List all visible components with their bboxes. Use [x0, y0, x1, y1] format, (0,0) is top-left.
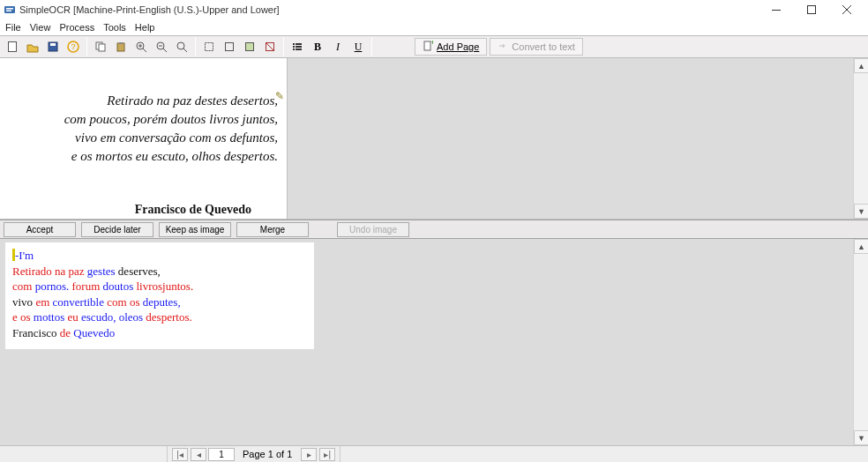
scroll-up-icon[interactable]: ▲: [854, 239, 868, 254]
ocr-word: Quevedo: [73, 326, 115, 339]
open-icon[interactable]: [24, 38, 41, 56]
svg-rect-30: [293, 43, 295, 45]
svg-rect-35: [296, 48, 302, 50]
poem-author: Francisco de Quevedo: [135, 203, 251, 217]
svg-rect-9: [50, 43, 56, 46]
scroll-down-icon[interactable]: ▼: [854, 204, 868, 219]
convert-to-text-button[interactable]: Convert to text: [490, 38, 583, 56]
toolbar-separator: [86, 37, 87, 56]
main-toolbar: ? B I U + Add Page Convert to text: [0, 35, 868, 58]
region-text-icon[interactable]: [221, 38, 238, 56]
svg-line-24: [183, 48, 187, 52]
app-icon: [4, 4, 16, 16]
bold-icon[interactable]: B: [309, 38, 326, 56]
menu-view[interactable]: View: [30, 22, 51, 33]
menu-bar: File View Process Tools Help: [0, 19, 868, 35]
vertical-scrollbar[interactable]: ▲ ▼: [853, 239, 868, 445]
list-icon[interactable]: [288, 38, 306, 56]
region-rect-icon[interactable]: [200, 38, 218, 56]
page-label: Page 1 of 1: [236, 449, 299, 459]
source-image-area[interactable]: ✎ Retirado na paz destes desertos, com p…: [0, 58, 288, 219]
page-next-button[interactable]: ▸: [301, 448, 317, 461]
ocr-word: gestes: [87, 265, 118, 278]
ocr-word: deserves,: [118, 265, 161, 278]
ocr-word: oleos: [119, 310, 146, 324]
title-bar: SimpleOCR [Machine-Print-English (U.S.)-…: [0, 0, 868, 19]
ocr-word: eu: [68, 310, 82, 324]
page-last-button[interactable]: ▸|: [319, 448, 335, 461]
ocr-word: doutos: [103, 279, 137, 293]
svg-rect-26: [226, 43, 234, 51]
svg-line-17: [143, 48, 146, 52]
decide-later-button[interactable]: Decide later: [81, 222, 153, 237]
ocr-word: escudo,: [81, 310, 119, 324]
svg-point-23: [177, 42, 184, 49]
ocr-word: Francisco: [12, 326, 60, 339]
poem-line: vivo em conversação com os defuntos,: [64, 129, 278, 147]
zoom-in-icon[interactable]: [132, 38, 150, 56]
svg-rect-32: [293, 46, 295, 48]
region-image-icon[interactable]: [241, 38, 258, 56]
ocr-word: com: [12, 279, 35, 293]
add-page-label: Add Page: [437, 41, 479, 52]
underline-icon[interactable]: U: [349, 38, 367, 56]
svg-rect-1: [6, 8, 13, 10]
save-icon[interactable]: [44, 38, 62, 56]
status-bar: |◂ ◂ 1 Page 1 of 1 ▸ ▸|: [0, 445, 868, 462]
minimize-button[interactable]: [759, 0, 794, 19]
ocr-word: em: [35, 295, 52, 309]
window-title: SimpleOCR [Machine-Print-English (U.S.)-…: [19, 4, 759, 15]
page-first-button[interactable]: |◂: [172, 448, 188, 461]
ocr-word: de: [60, 326, 74, 339]
svg-rect-4: [808, 6, 816, 14]
menu-tools[interactable]: Tools: [103, 22, 126, 33]
menu-file[interactable]: File: [5, 22, 21, 33]
svg-rect-15: [119, 42, 123, 44]
new-icon[interactable]: [4, 38, 21, 56]
ocr-word: vivo: [12, 295, 35, 309]
scroll-up-icon[interactable]: ▲: [854, 58, 868, 73]
add-page-button[interactable]: + Add Page: [415, 38, 487, 56]
svg-rect-7: [9, 42, 17, 52]
svg-rect-36: [424, 41, 430, 50]
image-pane-empty: [288, 58, 868, 219]
svg-rect-13: [99, 44, 105, 51]
ocr-word: convertible: [53, 295, 108, 309]
toolbar-separator: [195, 37, 196, 56]
svg-rect-27: [246, 43, 254, 51]
accept-button[interactable]: Accept: [4, 222, 76, 237]
maximize-button[interactable]: [794, 0, 829, 19]
add-page-icon: +: [423, 41, 433, 53]
merge-button[interactable]: Merge: [236, 222, 309, 237]
svg-rect-14: [117, 43, 124, 51]
zoom-out-icon[interactable]: [153, 38, 170, 56]
ocr-word: e os: [12, 310, 34, 324]
copy-icon[interactable]: [92, 38, 109, 56]
vertical-scrollbar[interactable]: ▲ ▼: [853, 58, 868, 219]
zoom-fit-icon[interactable]: [173, 38, 191, 56]
poem-line: e os mortos eu escuto, olhos despertos.: [64, 147, 278, 166]
menu-process[interactable]: Process: [59, 22, 94, 33]
ocr-word: Retirado na paz: [12, 265, 87, 278]
svg-rect-33: [296, 46, 302, 48]
region-clear-icon[interactable]: [261, 38, 279, 56]
svg-rect-25: [206, 43, 213, 51]
svg-rect-31: [296, 43, 302, 45]
image-pane: ✎ Retirado na paz destes desertos, com p…: [0, 58, 868, 220]
keep-as-image-button[interactable]: Keep as image: [159, 222, 231, 237]
undo-image-button[interactable]: Undo image: [337, 222, 409, 237]
toolbar-separator: [371, 37, 372, 56]
page-number-field[interactable]: 1: [208, 448, 235, 461]
help-icon[interactable]: ?: [64, 38, 82, 56]
page-prev-button[interactable]: ◂: [191, 448, 206, 461]
menu-help[interactable]: Help: [135, 22, 155, 33]
ocr-text-area[interactable]: -I'm Retirado na paz gestes deserves, co…: [5, 242, 314, 349]
close-button[interactable]: [829, 0, 864, 19]
ocr-word: livrosjuntos.: [136, 279, 193, 293]
ocr-action-bar: Accept Decide later Keep as image Merge …: [0, 220, 868, 239]
svg-rect-34: [293, 48, 295, 50]
italic-icon[interactable]: I: [329, 38, 347, 56]
ocr-word: despertos.: [146, 310, 191, 324]
paste-icon[interactable]: [112, 38, 130, 56]
scroll-down-icon[interactable]: ▼: [854, 430, 868, 445]
